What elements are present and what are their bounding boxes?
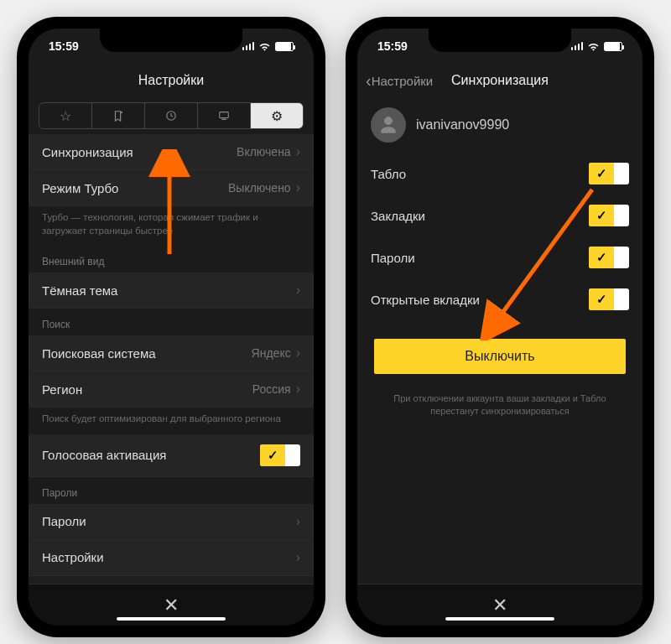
- svg-rect-1: [220, 112, 229, 118]
- disable-note: При отключении аккаунта ваши закладки и …: [357, 392, 642, 418]
- row-voice[interactable]: Голосовая активация: [29, 434, 314, 477]
- sync-item-passwords: Пароли: [357, 236, 642, 278]
- row-region[interactable]: Регион Россия›: [29, 371, 314, 408]
- row-sync[interactable]: Синхронизация Включена›: [29, 134, 314, 170]
- home-indicator: [445, 617, 554, 621]
- sync-label: Открытые вкладки: [371, 293, 480, 307]
- row-darktheme[interactable]: Тёмная тема ›: [29, 273, 314, 309]
- chevron-right-icon: ›: [296, 180, 300, 195]
- tab-bookmarks[interactable]: [92, 103, 145, 128]
- row-turbo[interactable]: Режим Турбо Выключено›: [29, 170, 314, 206]
- row-label: Пароли: [42, 514, 86, 528]
- chevron-right-icon: ›: [296, 382, 300, 397]
- row-label: Тёмная тема: [42, 283, 117, 298]
- row-engine[interactable]: Поисковая система Яндекс›: [29, 335, 314, 371]
- row-settings[interactable]: Настройки ›: [29, 540, 314, 576]
- chevron-right-icon: ›: [296, 283, 300, 298]
- back-label: Настройки: [372, 74, 434, 88]
- row-label: Настройки: [42, 550, 104, 564]
- row-privacy[interactable]: Конфиденциальность: [29, 576, 314, 584]
- sync-label: Пароли: [371, 251, 415, 265]
- battery-icon: [275, 42, 294, 51]
- signal-icon: [571, 42, 584, 50]
- user-row[interactable]: ivanivanov9990: [357, 97, 642, 153]
- tab-history[interactable]: [145, 103, 198, 128]
- tab-settings[interactable]: ⚙: [251, 103, 303, 128]
- time: 15:59: [377, 39, 408, 53]
- close-icon: ✕: [492, 595, 507, 616]
- search-hint: Поиск будет оптимизирован для выбранного…: [29, 408, 314, 434]
- sync-item-tablo: Табло: [357, 153, 642, 195]
- notch: [100, 29, 242, 52]
- notch: [429, 29, 571, 52]
- row-value: Выключено: [228, 181, 291, 195]
- username: ivanivanov9990: [416, 117, 509, 132]
- row-passwords[interactable]: Пароли ›: [29, 504, 314, 540]
- row-value: Яндекс: [252, 346, 291, 360]
- sync-label: Закладки: [371, 209, 425, 223]
- wifi-icon: [258, 42, 271, 51]
- chevron-left-icon: ‹: [366, 71, 372, 91]
- back-button[interactable]: ‹ Настройки: [366, 71, 433, 91]
- sync-label: Табло: [371, 167, 406, 181]
- tab-devices[interactable]: [198, 103, 251, 128]
- chevron-right-icon: ›: [296, 345, 300, 361]
- section-appearance: Внешний вид: [29, 246, 314, 273]
- wifi-icon: [587, 42, 600, 51]
- toggle-tabs[interactable]: [589, 288, 629, 310]
- time: 15:59: [49, 39, 79, 53]
- disable-button[interactable]: Выключить: [374, 339, 626, 374]
- home-indicator: [117, 617, 226, 621]
- turbo-hint: Турбо — технология, которая сжимает траф…: [29, 206, 314, 246]
- sync-item-bookmarks: Закладки: [357, 195, 642, 236]
- avatar: [371, 107, 406, 143]
- section-search: Поиск: [29, 309, 314, 335]
- row-value: Включена: [237, 145, 291, 158]
- row-label: Голосовая активация: [42, 448, 166, 462]
- page-title: Синхронизация: [451, 73, 549, 88]
- chevron-right-icon: ›: [296, 144, 300, 159]
- toggle-tablo[interactable]: [589, 163, 629, 184]
- row-value: Россия: [252, 382, 291, 396]
- row-label: Поисковая система: [42, 346, 156, 361]
- battery-icon: [604, 42, 622, 51]
- row-label: Синхронизация: [42, 145, 133, 159]
- chevron-right-icon: ›: [296, 550, 300, 565]
- row-label: Регион: [42, 382, 82, 397]
- tab-favorites[interactable]: ☆: [39, 103, 92, 128]
- tabbar: ☆ ⚙: [39, 102, 304, 129]
- sync-item-tabs: Открытые вкладки: [357, 278, 642, 320]
- signal-icon: [242, 42, 255, 50]
- section-passwords: Пароли: [29, 477, 314, 504]
- row-label: Режим Турбо: [42, 181, 118, 195]
- toggle-bookmarks[interactable]: [589, 205, 629, 226]
- chevron-right-icon: ›: [296, 514, 300, 529]
- close-icon: ✕: [164, 595, 179, 616]
- page-title: Настройки: [29, 64, 314, 97]
- phone-right: 15:59 ‹ Настройки Синхронизация ivanivan…: [346, 17, 654, 637]
- voice-toggle[interactable]: [260, 444, 300, 466]
- button-label: Выключить: [465, 349, 534, 364]
- toggle-passwords[interactable]: [589, 247, 629, 268]
- gear-icon: ⚙: [271, 108, 283, 124]
- phone-left: 15:59 Настройки ☆ ⚙ Синхронизация Включе…: [17, 17, 325, 637]
